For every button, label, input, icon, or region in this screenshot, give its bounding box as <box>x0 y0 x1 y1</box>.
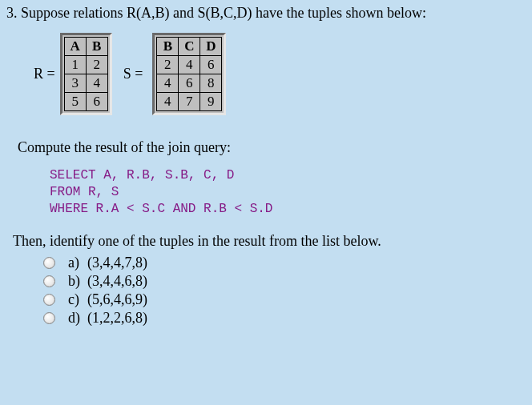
relation-r-table: A B 1 2 3 4 5 6 <box>60 33 112 115</box>
r-cell: 2 <box>86 56 107 74</box>
sql-line-where: WHERE R.A < S.C AND R.B < S.D <box>50 201 521 218</box>
relation-r-label: R = <box>34 66 55 82</box>
s-cell: 8 <box>200 74 222 93</box>
radio-icon[interactable] <box>43 257 55 269</box>
s-cell: 4 <box>157 93 179 111</box>
s-cell: 4 <box>179 56 200 74</box>
r-cell: 5 <box>64 93 86 111</box>
relations-row: R = A B 1 2 3 4 5 6 <box>34 33 521 115</box>
s-cell: 2 <box>157 56 179 74</box>
s-cell: 6 <box>200 56 222 74</box>
choice-c[interactable]: c)(5,6,4,6,9) <box>43 291 521 308</box>
identify-prompt: Then, identify one of the tuples in the … <box>13 233 521 250</box>
s-cell: 4 <box>157 74 179 93</box>
choice-a[interactable]: a)(3,4,4,7,8) <box>43 255 521 271</box>
question-number: 3. <box>6 5 18 21</box>
sql-line-select: SELECT A, R.B, S.B, C, D <box>50 167 521 184</box>
choice-a-text: a)(3,4,4,7,8) <box>68 255 147 271</box>
sql-query: SELECT A, R.B, S.B, C, D FROM R, S WHERE… <box>50 167 521 217</box>
s-cell: 9 <box>200 93 222 111</box>
choice-b-text: b)(3,4,4,6,8) <box>68 273 147 290</box>
relation-s-label: S = <box>123 66 143 82</box>
s-cell: 6 <box>179 74 200 93</box>
s-header-c: C <box>179 38 200 56</box>
s-header-d: D <box>200 38 222 56</box>
s-cell: 7 <box>179 93 200 111</box>
r-cell: 1 <box>64 56 86 74</box>
r-header-b: B <box>86 38 107 56</box>
choice-b[interactable]: b)(3,4,4,6,8) <box>43 273 521 290</box>
relation-s-table: B C D 2 4 6 4 6 8 4 7 9 <box>152 33 226 115</box>
choice-d[interactable]: d)(1,2,2,6,8) <box>43 310 521 327</box>
s-header-b: B <box>157 38 179 56</box>
question-prompt: 3. Suppose relations R(A,B) and S(B,C,D)… <box>6 5 516 22</box>
radio-icon[interactable] <box>43 275 55 287</box>
radio-icon[interactable] <box>43 294 55 306</box>
question-text: Suppose relations R(A,B) and S(B,C,D) ha… <box>21 5 426 21</box>
sql-line-from: FROM R, S <box>50 184 521 201</box>
r-cell: 3 <box>64 74 86 93</box>
compute-prompt: Compute the result of the join query: <box>18 139 521 156</box>
r-cell: 6 <box>86 93 107 111</box>
choice-d-text: d)(1,2,2,6,8) <box>68 310 147 327</box>
choice-c-text: c)(5,6,4,6,9) <box>68 291 147 308</box>
r-header-a: A <box>64 38 86 56</box>
answer-choices: a)(3,4,4,7,8) b)(3,4,4,6,8) c)(5,6,4,6,9… <box>43 255 521 327</box>
radio-icon[interactable] <box>43 312 55 324</box>
r-cell: 4 <box>86 74 107 93</box>
